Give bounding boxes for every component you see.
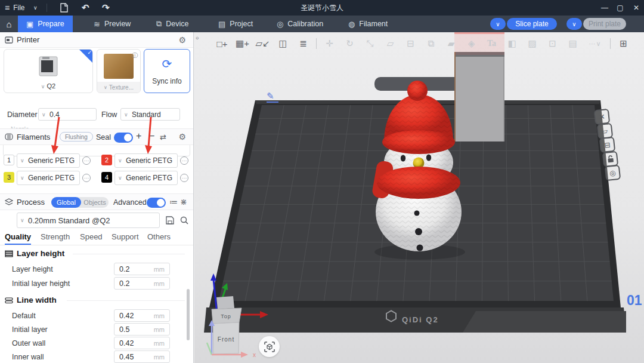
toolbar-separator	[610, 38, 611, 49]
color-paint-icon[interactable]: ◈	[464, 36, 479, 51]
maximize-button[interactable]: ▢	[614, 0, 627, 16]
scale-icon[interactable]: ⤡	[363, 36, 377, 51]
diameter-label: Diameter	[7, 110, 38, 119]
scope-toggle[interactable]: Global Objects	[51, 197, 109, 208]
filament-4-more-icon[interactable]: ⋯	[180, 174, 188, 182]
tab-device[interactable]: ⧉ Device	[148, 16, 197, 32]
viewport-3d[interactable]: QiDi Q2	[194, 32, 644, 363]
filament-slot-2-select[interactable]: ∨Generic PETG	[114, 153, 178, 168]
build-plate-card[interactable]: ⓘ ∨Texture...	[97, 49, 141, 93]
filaments-section-title: Filaments	[17, 133, 50, 141]
plate-type-select[interactable]: ∨Texture...	[97, 82, 140, 93]
auto-orient-icon[interactable]: ▱↙	[255, 36, 270, 51]
flushing-button[interactable]: Flushing	[60, 132, 93, 141]
info-icon[interactable]: ⓘ	[132, 51, 138, 60]
arrange-icon[interactable]: ◫	[275, 36, 290, 51]
tab-support[interactable]: Support	[112, 232, 139, 241]
tab-project[interactable]: ▤ Project	[210, 16, 261, 32]
add-filament-button[interactable]: +	[136, 131, 141, 141]
preset-select[interactable]: ∨0.20mm Standard @Q2	[17, 213, 160, 228]
print-dropdown-chevron[interactable]: ∨	[566, 18, 582, 30]
inner-wall-line-width-input[interactable]: 0.45mm	[114, 350, 170, 363]
outer-wall-line-width-input[interactable]: 0.42mm	[114, 337, 170, 349]
delete-plate-icon[interactable]: ✕	[594, 109, 610, 125]
seal-label: Seal	[96, 133, 111, 141]
tab-others[interactable]: Others	[147, 232, 171, 241]
save-button[interactable]	[60, 0, 69, 16]
panel-collapse-handle[interactable]: ‹›	[196, 35, 199, 41]
scope-global[interactable]: Global	[51, 197, 81, 208]
add-model-icon[interactable]: □+	[215, 36, 230, 51]
seam-paint-icon[interactable]: ⊡	[545, 36, 560, 51]
place-on-face-icon[interactable]: ▱	[383, 36, 398, 51]
arrange-plate-icon[interactable]: ⊟	[599, 137, 615, 153]
printer-card[interactable]: ✓ ∨ Q2	[4, 49, 93, 93]
filament-1-more-icon[interactable]: ⋯	[82, 156, 91, 165]
lay-flat-icon[interactable]: ▰	[444, 36, 459, 51]
param-label: Outer wall	[12, 339, 45, 347]
slice-dropdown-chevron[interactable]: ∨	[490, 18, 506, 30]
tab-prepare[interactable]: ▣ Prepare	[18, 16, 73, 32]
filament-slot-3-select[interactable]: ∨Generic PETG	[17, 171, 80, 185]
flow-select[interactable]: ∨Standard	[120, 108, 180, 121]
close-button[interactable]: ✕	[630, 0, 643, 16]
assembly-icon[interactable]: ⊞	[616, 36, 631, 51]
filament-settings-gear-icon[interactable]: ⚙	[178, 132, 186, 141]
printer-model-select[interactable]: ∨ Q2	[4, 82, 92, 90]
home-button[interactable]: ⌂	[0, 16, 18, 32]
support-paint-icon[interactable]: ▨	[525, 36, 540, 51]
minimize-button[interactable]: —	[598, 0, 611, 16]
window-title: 圣诞节小雪人	[0, 0, 644, 16]
slice-plate-button[interactable]: Slice plate	[507, 18, 557, 30]
tab-speed[interactable]: Speed	[80, 232, 103, 241]
plate-rename-icon[interactable]: ✎	[267, 91, 274, 101]
undo-button[interactable]: ↶	[82, 0, 89, 16]
move-icon[interactable]: ✛	[322, 36, 337, 51]
filament-2-more-icon[interactable]: ⋯	[180, 156, 188, 165]
diameter-select[interactable]: ∨0.4	[38, 108, 97, 121]
text-icon[interactable]: Ta	[484, 36, 499, 51]
print-plate-button[interactable]: Print plate	[583, 18, 626, 30]
variable-layer-icon[interactable]: ◧	[504, 36, 519, 51]
add-plate-icon[interactable]: ▦+	[235, 36, 250, 51]
initial-layer-height-input[interactable]: 0.2mm	[114, 277, 170, 290]
default-line-width-input[interactable]: 0.42mm	[114, 309, 170, 322]
layer-height-input[interactable]: 0.2mm	[114, 263, 170, 275]
plate-settings-icon[interactable]: ◎	[605, 165, 621, 181]
sync-info-button[interactable]: ⟳ Sync info	[144, 49, 190, 93]
file-menu-chevron-icon[interactable]: ∨	[33, 0, 38, 16]
more-tools-icon[interactable]: ⋯∨	[586, 36, 605, 51]
panel-scrollbar[interactable]	[187, 289, 190, 340]
filament-slot-1-select[interactable]: ∨Generic PETG	[17, 153, 80, 168]
tune-icon[interactable]: ⋇	[180, 197, 187, 207]
seal-toggle[interactable]	[114, 133, 133, 143]
snowman-model[interactable]	[358, 72, 489, 269]
save-preset-button[interactable]	[165, 216, 175, 227]
parameter-list-icon[interactable]: ≔	[169, 197, 178, 207]
redo-button[interactable]: ↷	[102, 0, 110, 16]
filament-3-more-icon[interactable]: ⋯	[82, 174, 91, 182]
tab-quality[interactable]: Quality	[5, 232, 31, 245]
initial-layer-line-width-input[interactable]: 0.5mm	[114, 323, 170, 336]
project-icon: ▤	[218, 20, 225, 29]
merge-icon[interactable]: ⧉	[423, 36, 438, 51]
remove-filament-button[interactable]: −	[149, 131, 154, 141]
layers-icon[interactable]: ▤	[565, 36, 580, 51]
file-menu[interactable]: ≡ File	[5, 0, 25, 16]
rotate-icon[interactable]: ↻	[342, 36, 357, 51]
fit-view-button[interactable]	[259, 336, 280, 357]
advanced-toggle[interactable]	[147, 198, 166, 208]
printer-settings-gear-icon[interactable]: ⚙	[178, 35, 186, 45]
tab-strength[interactable]: Strength	[41, 232, 70, 241]
param-label: Initial layer height	[12, 279, 70, 288]
tab-preview[interactable]: ≋ Preview	[85, 16, 139, 32]
split-objects-icon[interactable]: ⊟	[403, 36, 418, 51]
fill-plate-icon[interactable]: ≣	[296, 36, 311, 51]
ams-sync-icon[interactable]: ⇄	[160, 133, 166, 141]
tab-filament[interactable]: ◍ Filament	[340, 16, 396, 32]
search-preset-button[interactable]	[179, 216, 189, 227]
scope-objects[interactable]: Objects	[81, 197, 109, 208]
tab-calibration[interactable]: ◎ Calibration	[268, 16, 332, 32]
side-panel: Printer ⚙ ✓ ∨ Q2 ⓘ ∨Texture... ⟳ Sync in…	[0, 32, 194, 363]
filament-slot-4-select[interactable]: ∨Generic PETG	[114, 171, 178, 185]
